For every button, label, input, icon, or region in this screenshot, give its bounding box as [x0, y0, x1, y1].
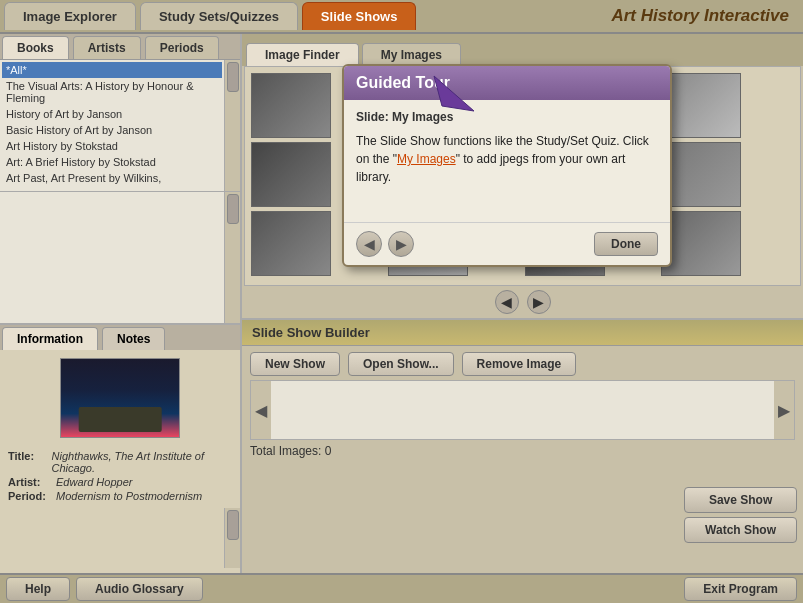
tab-slide-shows[interactable]: Slide Shows [302, 2, 417, 30]
tour-done-button[interactable]: Done [594, 232, 658, 256]
right-panel: Image Finder My Images ◀ ▶ [242, 34, 803, 573]
list-item[interactable]: Art History by Stokstad [2, 138, 222, 154]
purple-arrow-indicator [424, 56, 484, 116]
tab-image-explorer[interactable]: Image Explorer [4, 2, 136, 30]
book-list-scrollbar[interactable] [224, 60, 240, 191]
info-details: Title: Nighthawks, The Art Institute of … [0, 446, 240, 508]
thumbnail[interactable] [251, 142, 331, 207]
second-list-container [0, 191, 240, 323]
book-list: *All* The Visual Arts: A History by Hono… [0, 60, 240, 191]
save-show-button[interactable]: Save Show [684, 487, 797, 513]
sub-tabs: Books Artists Periods [0, 34, 240, 60]
tour-footer: ◀ ▶ Done [344, 222, 670, 265]
bottom-bar: Help Audio Glossary Exit Program [0, 573, 803, 603]
thumbnail[interactable] [251, 211, 331, 276]
builder-header: Slide Show Builder [242, 320, 803, 346]
artist-value: Edward Hopper [56, 476, 132, 488]
help-button[interactable]: Help [6, 577, 70, 601]
info-section: Information Notes Title: Nighthawks, The… [0, 323, 240, 573]
tour-slide-label: Slide: My Images [356, 110, 658, 124]
my-images-link-text: My Images [397, 152, 456, 166]
tour-next-button[interactable]: ▶ [388, 231, 414, 257]
guided-tour-body: Slide: My Images The Slide Show function… [344, 100, 670, 222]
prev-arrow-btn[interactable]: ◀ [495, 290, 519, 314]
sub-tab-artists[interactable]: Artists [73, 36, 141, 59]
remove-image-button[interactable]: Remove Image [462, 352, 577, 376]
tab-image-finder[interactable]: Image Finder [246, 43, 359, 66]
list-item[interactable]: The Visual Arts: A History by Honour & F… [2, 78, 222, 106]
info-scrollbar-thumb[interactable] [227, 510, 239, 540]
new-show-button[interactable]: New Show [250, 352, 340, 376]
info-row-period: Period: Modernism to Postmodernism [8, 490, 232, 502]
image-finder-tabs: Image Finder My Images [242, 34, 803, 66]
thumbnail[interactable] [661, 73, 741, 138]
top-bar: Image Explorer Study Sets/Quizzes Slide … [0, 0, 803, 34]
book-list-container: *All* The Visual Arts: A History by Hono… [0, 60, 240, 191]
artwork-thumbnail [60, 358, 180, 438]
title-value: Nighthawks, The Art Institute of Chicago… [52, 450, 232, 474]
thumbnail[interactable] [661, 211, 741, 276]
app-title: Art History Interactive [611, 6, 789, 26]
artist-label: Artist: [8, 476, 56, 488]
audio-glossary-button[interactable]: Audio Glossary [76, 577, 203, 601]
track-next-arrow[interactable]: ▶ [774, 381, 794, 439]
thumbnail[interactable] [661, 142, 741, 207]
thumbnail[interactable] [251, 73, 331, 138]
main-layout: Books Artists Periods *All* The Visual A… [0, 34, 803, 573]
track-content [271, 381, 774, 439]
builder-section: Slide Show Builder New Show Open Show...… [242, 318, 803, 462]
left-panel: Books Artists Periods *All* The Visual A… [0, 34, 242, 573]
period-label: Period: [8, 490, 56, 502]
list-item[interactable]: Art: A Brief History by Stokstad [2, 154, 222, 170]
right-action-buttons: Save Show Watch Show [684, 487, 797, 543]
guided-tour-header: Guided Tour [344, 66, 670, 100]
info-row-title: Title: Nighthawks, The Art Institute of … [8, 450, 232, 474]
period-value: Modernism to Postmodernism [56, 490, 202, 502]
tab-study-sets[interactable]: Study Sets/Quizzes [140, 2, 298, 30]
svg-marker-0 [434, 76, 474, 111]
info-tabs: Information Notes [0, 325, 240, 350]
tour-prev-button[interactable]: ◀ [356, 231, 382, 257]
next-arrow-btn[interactable]: ▶ [527, 290, 551, 314]
tab-information[interactable]: Information [2, 327, 98, 350]
second-scrollbar[interactable] [224, 192, 240, 323]
list-item[interactable]: Art Past, Art Present by Wilkins, [2, 170, 222, 186]
info-row-artist: Artist: Edward Hopper [8, 476, 232, 488]
info-scrollbar[interactable] [224, 508, 240, 568]
second-scrollbar-thumb[interactable] [227, 194, 239, 224]
sub-tab-books[interactable]: Books [2, 36, 69, 59]
nighthawks-image [61, 359, 179, 437]
list-item[interactable]: Basic History of Art by Janson [2, 122, 222, 138]
open-show-button[interactable]: Open Show... [348, 352, 454, 376]
scrollbar-thumb[interactable] [227, 62, 239, 92]
nighthawks-counter [79, 407, 162, 432]
list-item[interactable]: History of Art by Janson [2, 106, 222, 122]
total-images: Total Images: 0 [242, 440, 803, 462]
exit-program-button[interactable]: Exit Program [684, 577, 797, 601]
watch-show-button[interactable]: Watch Show [684, 517, 797, 543]
title-label: Title: [8, 450, 52, 474]
tab-notes[interactable]: Notes [102, 327, 165, 350]
slide-track-area: ◀ ▶ [250, 380, 795, 440]
list-item[interactable]: *All* [2, 62, 222, 78]
builder-buttons: New Show Open Show... Remove Image [242, 346, 803, 380]
guided-tour-overlay: Guided Tour Slide: My Images The Slide S… [342, 64, 672, 267]
tour-text: The Slide Show functions like the Study/… [356, 132, 658, 212]
track-prev-arrow[interactable]: ◀ [251, 381, 271, 439]
nav-arrows: ◀ ▶ [242, 286, 803, 318]
sub-tab-periods[interactable]: Periods [145, 36, 219, 59]
